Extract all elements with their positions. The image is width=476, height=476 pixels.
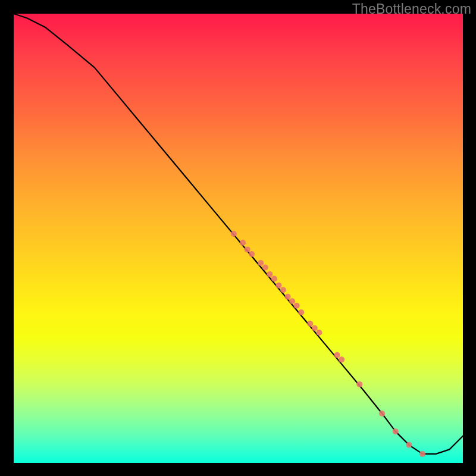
watermark-text: TheBottleneck.com xyxy=(352,1,471,17)
data-point xyxy=(289,298,295,304)
data-point xyxy=(275,283,281,289)
chart-svg xyxy=(14,14,463,463)
data-point xyxy=(298,309,304,315)
data-point xyxy=(240,240,246,246)
plot-area xyxy=(14,14,463,463)
data-point xyxy=(294,303,300,309)
data-point xyxy=(271,275,277,281)
data-point xyxy=(267,271,273,277)
data-point xyxy=(245,246,250,252)
chart-frame: TheBottleneck.com xyxy=(0,0,476,476)
data-point xyxy=(258,260,264,266)
data-point xyxy=(334,352,340,358)
data-point xyxy=(307,321,313,327)
data-point xyxy=(285,294,291,300)
bottleneck-points-group xyxy=(231,231,425,457)
data-point xyxy=(316,330,322,336)
data-point xyxy=(262,265,268,271)
data-point xyxy=(231,231,237,237)
data-point xyxy=(356,381,362,387)
data-point xyxy=(249,251,255,257)
data-point xyxy=(312,325,318,331)
data-point xyxy=(419,451,425,457)
data-point xyxy=(379,411,385,416)
data-point xyxy=(339,356,345,362)
bottleneck-curve xyxy=(14,14,463,454)
data-point xyxy=(406,442,412,448)
data-point xyxy=(393,428,399,434)
data-point xyxy=(280,287,286,293)
